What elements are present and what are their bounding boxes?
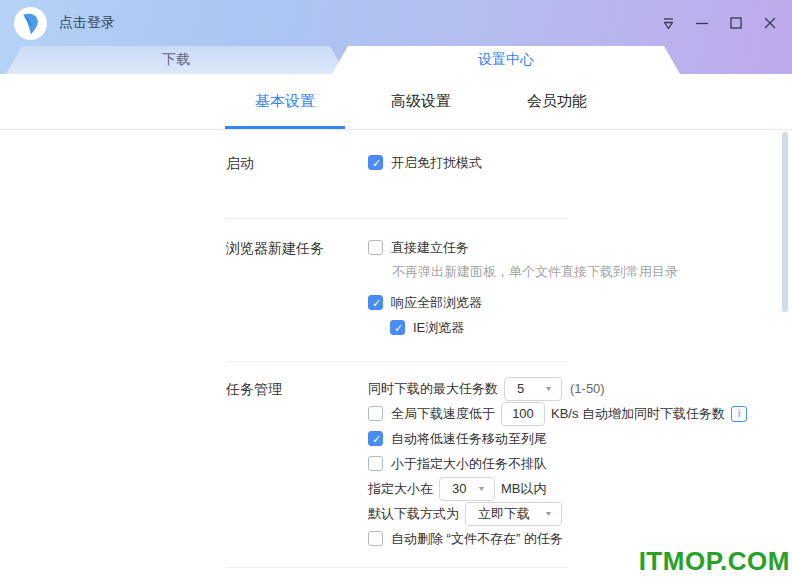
- no-queue-small-label: 小于指定大小的任务不排队: [391, 455, 547, 473]
- default-mode-label: 默认下载方式为: [368, 505, 459, 523]
- size-limit-prefix: 指定大小在: [368, 480, 433, 498]
- auto-delete-label: 自动删除 “文件不存在” 的任务: [391, 530, 563, 548]
- tab-settings-center[interactable]: 设置中心: [332, 46, 680, 74]
- direct-create-label: 直接建立任务: [391, 239, 469, 257]
- move-slow-tasks-label: 自动将低速任务移动至列尾: [391, 430, 547, 448]
- section-task-management: 任务管理 同时下载的最大任务数 5 ▼ (1-50) 全局下载速度低于 KB/s…: [226, 362, 792, 568]
- default-mode-dropdown[interactable]: 立即下载 ▼: [465, 502, 562, 526]
- section-task-management-title: 任务管理: [226, 376, 368, 551]
- subtab-basic-settings-label: 基本设置: [255, 92, 315, 111]
- direct-create-row: 直接建立任务: [368, 235, 678, 260]
- section-browser-task-title: 浏览器新建任务: [226, 235, 368, 340]
- settings-sub-tab-bar: 基本设置 高级设置 会员功能: [0, 74, 792, 130]
- chevron-down-icon: ▼: [477, 485, 486, 493]
- login-button[interactable]: 点击登录: [59, 14, 115, 32]
- title-bar: 点击登录: [0, 0, 792, 46]
- ie-browser-row: IE浏览器: [390, 315, 678, 340]
- max-tasks-row: 同时下载的最大任务数 5 ▼ (1-50): [368, 376, 747, 401]
- maximize-icon[interactable]: [726, 13, 746, 33]
- speed-threshold-input[interactable]: [501, 402, 545, 426]
- subtab-member-features[interactable]: 会员功能: [497, 74, 617, 129]
- watermark-text: ITMOP.COM: [639, 546, 790, 577]
- tab-download-label: 下载: [162, 51, 190, 69]
- no-queue-small-checkbox[interactable]: [368, 456, 383, 471]
- settings-content: 启动 开启免打扰模式 浏览器新建任务 直接建立任务 不再弹出新建面板，单个文件直…: [0, 130, 792, 583]
- size-limit-value: 30: [452, 481, 466, 496]
- direct-create-hint: 不再弹出新建面板，单个文件直接下载到常用目录: [392, 260, 678, 284]
- respond-all-browsers-label: 响应全部浏览器: [391, 294, 482, 312]
- default-mode-row: 默认下载方式为 立即下载 ▼: [368, 501, 747, 526]
- app-window: 点击登录 下载 设置中心: [0, 0, 792, 583]
- section-browser-task: 浏览器新建任务 直接建立任务 不再弹出新建面板，单个文件直接下载到常用目录 响应…: [226, 219, 792, 362]
- speed-threshold-row: 全局下载速度低于 KB/s 自动增加同时下载任务数 i: [368, 401, 747, 426]
- vertical-scrollbar-thumb[interactable]: [782, 132, 788, 312]
- size-limit-row: 指定大小在 30 ▼ MB以内: [368, 476, 747, 501]
- max-tasks-dropdown[interactable]: 5 ▼: [504, 377, 562, 401]
- section-startup-title: 启动: [226, 150, 368, 175]
- info-icon[interactable]: i: [731, 406, 747, 422]
- speed-threshold-checkbox[interactable]: [368, 406, 383, 421]
- tray-mode-icon[interactable]: [658, 13, 678, 33]
- respond-all-row: 响应全部浏览器: [368, 290, 678, 315]
- chevron-down-icon: ▼: [544, 510, 553, 518]
- subtab-basic-settings[interactable]: 基本设置: [225, 74, 345, 129]
- default-mode-value: 立即下载: [478, 505, 530, 523]
- header: 点击登录 下载 设置中心: [0, 0, 792, 74]
- speed-threshold-suffix: KB/s 自动增加同时下载任务数: [551, 405, 725, 423]
- dnd-mode-row: 开启免打扰模式: [368, 150, 482, 175]
- move-slow-row: 自动将低速任务移动至列尾: [368, 426, 747, 451]
- dnd-mode-label: 开启免打扰模式: [391, 154, 482, 172]
- max-tasks-label: 同时下载的最大任务数: [368, 380, 498, 398]
- max-tasks-value: 5: [517, 381, 524, 396]
- close-icon[interactable]: [760, 13, 780, 33]
- subtab-advanced-settings[interactable]: 高级设置: [361, 74, 481, 129]
- dnd-mode-checkbox[interactable]: [368, 155, 383, 170]
- size-limit-dropdown[interactable]: 30 ▼: [439, 477, 495, 501]
- move-slow-tasks-checkbox[interactable]: [368, 431, 383, 446]
- direct-create-checkbox[interactable]: [368, 240, 383, 255]
- thunder-logo-icon[interactable]: [14, 7, 47, 40]
- tab-download[interactable]: 下载: [6, 46, 346, 74]
- subtab-member-features-label: 会员功能: [527, 92, 587, 111]
- auto-delete-checkbox[interactable]: [368, 531, 383, 546]
- size-limit-suffix: MB以内: [501, 480, 547, 498]
- ie-browser-label: IE浏览器: [413, 319, 464, 337]
- max-tasks-range-hint: (1-50): [570, 381, 605, 396]
- subtab-advanced-settings-label: 高级设置: [391, 92, 451, 111]
- chevron-down-icon: ▼: [544, 385, 553, 393]
- main-tab-bar: 下载 设置中心: [0, 46, 792, 74]
- window-controls: [658, 0, 780, 46]
- speed-threshold-label: 全局下载速度低于: [391, 405, 495, 423]
- tab-settings-center-label: 设置中心: [478, 51, 534, 69]
- ie-browser-checkbox[interactable]: [390, 320, 405, 335]
- no-queue-small-row: 小于指定大小的任务不排队: [368, 451, 747, 476]
- section-startup: 启动 开启免打扰模式: [226, 130, 792, 219]
- respond-all-browsers-checkbox[interactable]: [368, 295, 383, 310]
- minimize-icon[interactable]: [692, 13, 712, 33]
